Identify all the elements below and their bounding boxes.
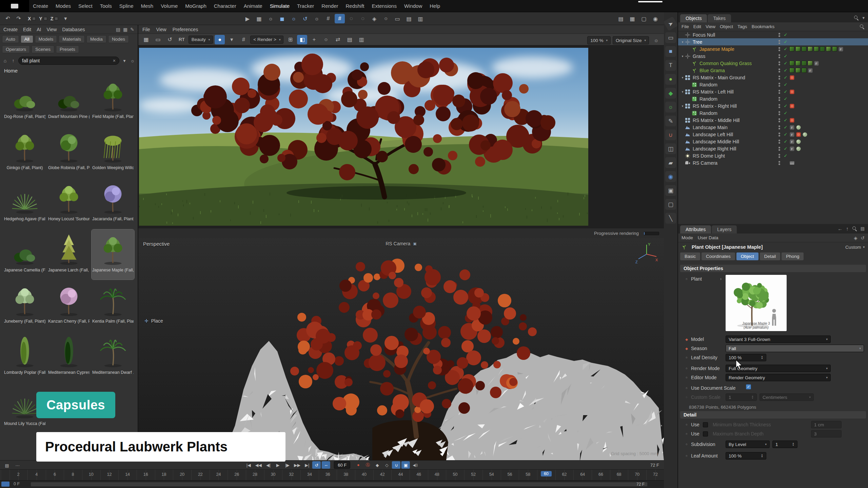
expand-arrow-icon[interactable]: ▾ <box>680 104 685 108</box>
attr-tab-basic[interactable]: Basic <box>680 252 700 260</box>
om-menu-file[interactable]: File <box>682 24 689 29</box>
enable-check-icon[interactable]: ✓ <box>783 32 788 37</box>
history-icon[interactable]: ↺ <box>861 235 865 241</box>
ruler-tick-42[interactable]: 42 <box>380 472 385 477</box>
asset-item-dog-rose-fall-plant[interactable]: Dog-Rose (Fall, Plant) <box>3 76 46 126</box>
object-row-blue-grama[interactable]: Blue Grama✓F <box>678 67 868 74</box>
lock-icon[interactable]: ◈ <box>854 235 857 241</box>
undo-icon[interactable]: ↶ <box>3 14 13 23</box>
menu-mograph[interactable]: MoGraph <box>181 0 210 12</box>
ruler-tick-50[interactable]: 50 <box>453 472 458 477</box>
range-slider[interactable]: 72 F <box>31 482 648 487</box>
menu-select[interactable]: Select <box>75 0 96 12</box>
visibility-dots[interactable] <box>778 68 780 73</box>
home-icon[interactable]: ⌂ <box>2 58 8 63</box>
back-icon[interactable]: ← <box>837 226 843 231</box>
attr-panel-icon[interactable]: ▤ <box>861 226 865 231</box>
asset-item-hedgehog-agave-fall[interactable]: Hedgehog Agave (Fall... <box>3 178 46 228</box>
ghost-a-icon[interactable]: ◌ <box>346 14 356 23</box>
om-menu-object[interactable]: Object <box>720 24 733 29</box>
menu-create[interactable]: Create <box>29 0 52 12</box>
render-settings-icon[interactable]: ☼ <box>265 14 276 23</box>
object-row-focus-null[interactable]: Focus Null✓ <box>678 31 868 38</box>
menu-character[interactable]: Character <box>210 0 240 12</box>
ruler-tick-12[interactable]: 12 <box>107 472 112 477</box>
circle-mask-icon[interactable]: ○ <box>321 35 331 44</box>
ruler-tick-16[interactable]: 16 <box>143 472 148 477</box>
asset-item-japanese-camellia-fal[interactable]: Japanese Camellia (Fal... <box>3 229 46 280</box>
visibility-dots[interactable] <box>778 133 780 137</box>
timeline-menu-icon[interactable]: ▤ <box>3 462 11 469</box>
enable-check-icon[interactable]: ✓ <box>783 54 788 59</box>
ruler-tick-44[interactable]: 44 <box>398 472 403 477</box>
object-row-rs-camera[interactable]: RS Camera <box>678 159 868 166</box>
attr-tab-object[interactable]: Object <box>736 252 758 260</box>
settings-icon[interactable]: ☼ <box>312 14 322 23</box>
editor-mode-dropdown[interactable]: Render Geometry▾ <box>726 374 831 381</box>
search-input[interactable]: fall plant × <box>18 57 119 65</box>
menu-help[interactable]: Help <box>426 0 444 12</box>
axis-x-toggle[interactable]: X <box>28 16 36 21</box>
asset-item-kentia-palm-fall-plant[interactable]: Kentia Palm (Fall, Plant) <box>92 281 134 331</box>
ruler-tick-66[interactable]: 66 <box>598 472 603 477</box>
coord-system-dropdown[interactable]: ▾ <box>59 14 72 23</box>
ruler-tick-34[interactable]: 34 <box>307 472 312 477</box>
menu-render[interactable]: Render <box>318 0 342 12</box>
simulate-settings-icon[interactable]: ☼ <box>289 14 299 23</box>
category-tab-operators[interactable]: Operators <box>2 45 30 53</box>
leaf-density-dot[interactable]: ○ <box>684 356 689 359</box>
marquee-icon[interactable]: ▭ <box>392 14 402 23</box>
menu-mesh[interactable]: Mesh <box>137 0 157 12</box>
sphere-tag-icon[interactable] <box>796 146 801 151</box>
ruler-tick-24[interactable]: 24 <box>216 472 221 477</box>
tab-objects[interactable]: Objects <box>680 14 707 22</box>
ruler-tick-68[interactable]: 68 <box>617 472 622 477</box>
ruler-tick-20[interactable]: 20 <box>180 472 184 477</box>
f-tag-icon[interactable]: F <box>789 132 795 137</box>
category-tab-presets[interactable]: Presets <box>56 45 79 53</box>
plant-preview-thumbnail[interactable]: Japanese Maple 3 (Acer palmatum) <box>726 275 787 331</box>
content-browser-globe-icon[interactable]: ◉ <box>650 14 660 23</box>
material-thumbnail[interactable] <box>832 46 837 52</box>
material-thumbnail[interactable] <box>802 61 807 66</box>
perspective-viewport[interactable]: Perspective RS Camera▣ ✛Place Grid spaci… <box>138 238 664 460</box>
ghost-b-icon[interactable]: ◌ <box>358 14 368 23</box>
expand-arrow-icon[interactable]: ▾ <box>680 90 685 94</box>
cloner-tool-icon[interactable]: ◆ <box>665 88 676 99</box>
up-icon[interactable]: ↑ <box>10 58 16 63</box>
expand-arrow-icon[interactable]: ▾ <box>680 76 685 79</box>
custom-dropdown[interactable]: Custom▾ <box>845 245 865 250</box>
menu-tracker[interactable]: Tracker <box>293 0 318 12</box>
enable-check-icon[interactable]: ✓ <box>783 139 788 144</box>
ruler-tick-10[interactable]: 10 <box>89 472 94 477</box>
object-row-random[interactable]: Random✓ <box>678 81 868 88</box>
search-icon[interactable] <box>854 15 859 20</box>
object-row-tree[interactable]: ▾Tree✓ <box>678 38 868 45</box>
asset-item-japanese-maple-fall[interactable]: Japanese Maple (Fall, ... <box>92 229 134 280</box>
enable-check-icon[interactable]: ✓ <box>783 75 788 80</box>
attr-tab-phong[interactable]: Phong <box>782 252 804 260</box>
season-anim-dot[interactable]: ◆ <box>684 347 689 350</box>
visibility-dots[interactable] <box>778 140 780 144</box>
min-branch-dot[interactable]: ○ <box>684 423 689 426</box>
visibility-dots[interactable] <box>778 154 780 158</box>
object-row-rs-matrix-middle-hill[interactable]: RS Matrix - Middle Hill✓ <box>678 117 868 124</box>
f-tag-icon[interactable]: F <box>808 68 813 73</box>
edit-icon[interactable]: ✎ <box>130 27 134 32</box>
asset-item-mediterranean-cypres[interactable]: Mediterranean Cypres... <box>47 332 90 382</box>
up-arrow-icon[interactable]: ↑ <box>846 226 849 231</box>
asset-item-golden-weeping-willo[interactable]: Golden Weeping Willo... <box>92 127 134 177</box>
keyframe-button[interactable]: ◆ <box>373 461 381 469</box>
rs-tag-icon[interactable] <box>796 132 801 137</box>
ruler-tick-64[interactable]: 64 <box>580 472 585 477</box>
compare-grid-icon[interactable]: ⊞ <box>285 35 295 44</box>
asset-item-ginkgo-fall-plant[interactable]: Ginkgo (Fall, Plant) <box>3 127 46 177</box>
ruler-tick-46[interactable]: 46 <box>416 472 421 477</box>
pass-dropdown[interactable]: Beauty▾ <box>189 36 213 44</box>
ruler-tick-14[interactable]: 14 <box>125 472 130 477</box>
sphere-tool-icon[interactable]: ● <box>665 74 676 85</box>
material-ball-icon[interactable]: ● <box>215 35 225 44</box>
asset-item-kanzan-cherry-fall-pl[interactable]: Kanzan Cherry (Fall, Pl... <box>47 281 90 331</box>
key-selection-button[interactable]: ◇ <box>382 461 391 469</box>
enable-check-icon[interactable]: ✓ <box>783 146 788 151</box>
